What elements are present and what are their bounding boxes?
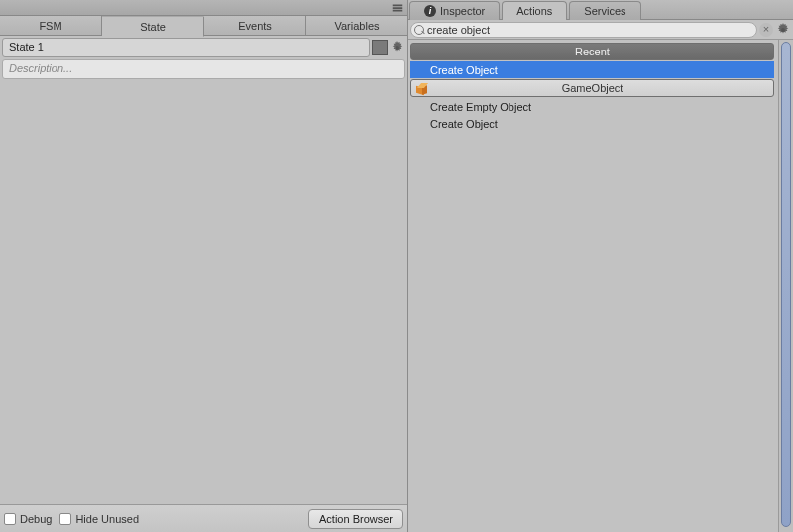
debug-label: Debug — [20, 513, 52, 525]
app-root: FSM State Events Variables State 1 Descr… — [0, 0, 793, 532]
tab-state[interactable]: State — [102, 17, 204, 37]
debug-checkbox[interactable]: Debug — [4, 513, 52, 525]
group-title: Recent — [575, 46, 610, 57]
checkbox-icon — [59, 513, 71, 525]
tab-label: Events — [238, 20, 272, 32]
actions-search-input[interactable]: create object — [410, 22, 757, 38]
hide-unused-checkbox[interactable]: Hide Unused — [59, 513, 139, 525]
actions-list: Recent Create Object GameObject Create E… — [408, 40, 778, 532]
hide-unused-label: Hide Unused — [75, 513, 139, 525]
tab-inspector[interactable]: i Inspector — [409, 1, 500, 20]
tab-actions[interactable]: Actions — [502, 1, 567, 20]
left-panel-topbar — [0, 0, 407, 16]
state-header: State 1 — [0, 36, 407, 59]
action-browser-button[interactable]: Action Browser — [308, 509, 403, 529]
state-description-placeholder: Description... — [9, 62, 72, 74]
action-browser-label: Action Browser — [319, 513, 393, 525]
tab-fsm[interactable]: FSM — [0, 16, 102, 35]
left-panel-menu-icon[interactable] — [390, 0, 405, 16]
left-tabstrip: FSM State Events Variables — [0, 16, 407, 36]
actions-settings-button[interactable] — [775, 22, 791, 38]
search-value: create object — [427, 24, 490, 36]
clear-search-button[interactable]: × — [759, 23, 773, 37]
state-actions-area — [0, 81, 407, 504]
group-title: GameObject — [562, 82, 623, 94]
action-item-create-empty-object[interactable]: Create Empty Object — [410, 98, 774, 115]
tab-events[interactable]: Events — [204, 16, 306, 35]
tab-label: Variables — [334, 20, 379, 32]
state-description-input[interactable]: Description... — [2, 59, 405, 79]
gear-icon — [776, 23, 790, 37]
right-panel: i Inspector Actions Services create obje… — [408, 0, 793, 532]
actions-toolbar: create object × — [408, 20, 793, 40]
state-color-swatch[interactable] — [372, 40, 388, 55]
state-name-value: State 1 — [9, 41, 44, 53]
action-item-create-object[interactable]: Create Object — [410, 61, 774, 78]
checkbox-icon — [4, 513, 16, 525]
actions-body: Recent Create Object GameObject Create E… — [408, 40, 793, 532]
group-header-gameobject[interactable]: GameObject — [410, 79, 774, 97]
tab-label: FSM — [39, 20, 61, 32]
left-footer: Debug Hide Unused Action Browser — [0, 504, 407, 532]
cube-icon — [414, 82, 428, 96]
right-tabstrip: i Inspector Actions Services — [408, 0, 793, 20]
tab-label: Inspector — [440, 5, 485, 17]
tab-label: Actions — [516, 5, 552, 17]
tab-variables[interactable]: Variables — [306, 16, 407, 35]
tab-services[interactable]: Services — [569, 1, 640, 20]
action-item-label: Create Object — [430, 118, 498, 130]
state-settings-button[interactable] — [390, 40, 405, 55]
close-icon: × — [763, 24, 769, 35]
action-item-label: Create Object — [430, 64, 498, 76]
action-item-label: Create Empty Object — [430, 101, 531, 113]
tab-label: Services — [584, 5, 625, 17]
info-icon: i — [424, 5, 436, 17]
group-header-recent[interactable]: Recent — [410, 43, 774, 60]
left-panel: FSM State Events Variables State 1 Descr… — [0, 0, 408, 532]
scrollbar-thumb[interactable] — [781, 42, 791, 527]
action-item-create-object[interactable]: Create Object — [410, 115, 774, 132]
gear-icon — [391, 41, 404, 54]
menu-bars-icon — [391, 1, 404, 15]
actions-scrollbar[interactable] — [778, 40, 793, 532]
tab-label: State — [140, 21, 166, 33]
state-name-input[interactable]: State 1 — [2, 38, 370, 57]
